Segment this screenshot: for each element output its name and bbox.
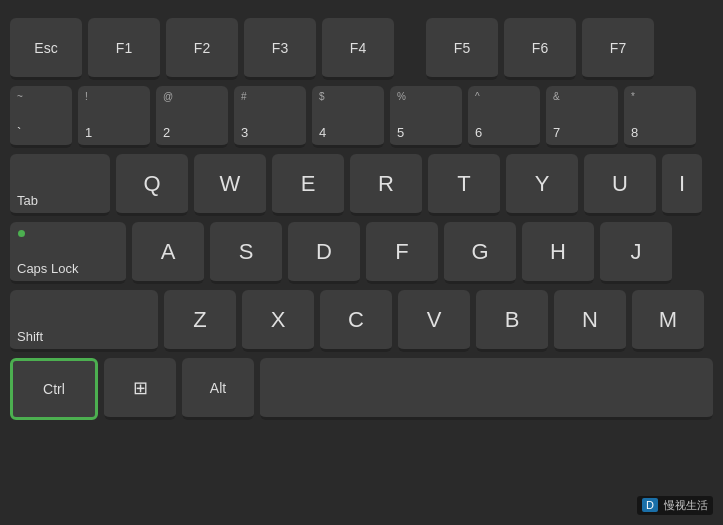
- key-4-secondary: $: [319, 91, 325, 102]
- e-label: E: [301, 171, 316, 197]
- key-f[interactable]: F: [366, 222, 438, 284]
- key-f6[interactable]: F6: [504, 18, 576, 80]
- shift-label: Shift: [17, 329, 43, 344]
- key-y[interactable]: Y: [506, 154, 578, 216]
- key-3[interactable]: # 3: [234, 86, 306, 148]
- key-6-primary: 6: [475, 125, 482, 140]
- key-ctrl[interactable]: Ctrl: [10, 358, 98, 420]
- key-c[interactable]: C: [320, 290, 392, 352]
- asdf-row: Caps Lock A S D F G H J: [10, 222, 713, 284]
- key-g[interactable]: G: [444, 222, 516, 284]
- key-f4[interactable]: F4: [322, 18, 394, 80]
- key-5[interactable]: % 5: [390, 86, 462, 148]
- key-e[interactable]: E: [272, 154, 344, 216]
- key-b[interactable]: B: [476, 290, 548, 352]
- ctrl-label: Ctrl: [43, 381, 65, 397]
- v-label: V: [427, 307, 442, 333]
- r-label: R: [378, 171, 394, 197]
- keyboard: Esc F1 F2 F3 F4 F5 F6 F7 ~ ` !: [0, 0, 723, 525]
- key-f1[interactable]: F1: [88, 18, 160, 80]
- key-tilde[interactable]: ~ `: [10, 86, 72, 148]
- key-2[interactable]: @ 2: [156, 86, 228, 148]
- watermark-logo: D: [642, 498, 658, 512]
- key-n[interactable]: N: [554, 290, 626, 352]
- f6-label: F6: [532, 40, 548, 56]
- capslock-label: Caps Lock: [17, 261, 78, 276]
- f3-label: F3: [272, 40, 288, 56]
- key-4-primary: 4: [319, 125, 326, 140]
- key-u[interactable]: U: [584, 154, 656, 216]
- qwerty-row: Tab Q W E R T Y U I: [10, 154, 713, 216]
- key-win[interactable]: ⊞: [104, 358, 176, 420]
- tab-label: Tab: [17, 193, 38, 208]
- key-1-secondary: !: [85, 91, 88, 102]
- b-label: B: [505, 307, 520, 333]
- tilde-primary: `: [17, 125, 21, 140]
- watermark: D 慢视生活: [637, 496, 713, 515]
- key-2-primary: 2: [163, 125, 170, 140]
- key-capslock[interactable]: Caps Lock: [10, 222, 126, 284]
- key-1[interactable]: ! 1: [78, 86, 150, 148]
- key-8-primary: 8: [631, 125, 638, 140]
- key-8-secondary: *: [631, 91, 635, 102]
- key-q[interactable]: Q: [116, 154, 188, 216]
- key-f2[interactable]: F2: [166, 18, 238, 80]
- key-f7[interactable]: F7: [582, 18, 654, 80]
- key-5-primary: 5: [397, 125, 404, 140]
- bottom-row: Ctrl ⊞ Alt: [10, 358, 713, 420]
- key-x[interactable]: X: [242, 290, 314, 352]
- n-label: N: [582, 307, 598, 333]
- key-f3[interactable]: F3: [244, 18, 316, 80]
- key-j[interactable]: J: [600, 222, 672, 284]
- d-label: D: [316, 239, 332, 265]
- key-7[interactable]: & 7: [546, 86, 618, 148]
- key-t[interactable]: T: [428, 154, 500, 216]
- key-v[interactable]: V: [398, 290, 470, 352]
- key-d[interactable]: D: [288, 222, 360, 284]
- key-7-secondary: &: [553, 91, 560, 102]
- key-a[interactable]: A: [132, 222, 204, 284]
- key-shift-left[interactable]: Shift: [10, 290, 158, 352]
- key-8[interactable]: * 8: [624, 86, 696, 148]
- key-i[interactable]: I: [662, 154, 702, 216]
- f5-label: F5: [454, 40, 470, 56]
- x-label: X: [271, 307, 286, 333]
- key-s[interactable]: S: [210, 222, 282, 284]
- zxcv-row: Shift Z X C V B N M: [10, 290, 713, 352]
- key-space[interactable]: [260, 358, 713, 420]
- c-label: C: [348, 307, 364, 333]
- key-f5[interactable]: F5: [426, 18, 498, 80]
- f1-label: F1: [116, 40, 132, 56]
- esc-label: Esc: [34, 40, 57, 56]
- number-row: ~ ` ! 1 @ 2 # 3 $ 4 % 5 ^ 6 & 7: [10, 86, 713, 148]
- key-5-secondary: %: [397, 91, 406, 102]
- key-tab[interactable]: Tab: [10, 154, 110, 216]
- key-6[interactable]: ^ 6: [468, 86, 540, 148]
- caps-indicator: [18, 230, 25, 237]
- key-esc[interactable]: Esc: [10, 18, 82, 80]
- f7-label: F7: [610, 40, 626, 56]
- key-r[interactable]: R: [350, 154, 422, 216]
- s-label: S: [239, 239, 254, 265]
- f2-label: F2: [194, 40, 210, 56]
- key-z[interactable]: Z: [164, 290, 236, 352]
- f-label: F: [395, 239, 408, 265]
- i-label: I: [679, 171, 685, 197]
- tilde-secondary: ~: [17, 91, 23, 102]
- g-label: G: [471, 239, 488, 265]
- key-3-secondary: #: [241, 91, 247, 102]
- key-7-primary: 7: [553, 125, 560, 140]
- f4-label: F4: [350, 40, 366, 56]
- key-4[interactable]: $ 4: [312, 86, 384, 148]
- key-w[interactable]: W: [194, 154, 266, 216]
- key-1-primary: 1: [85, 125, 92, 140]
- key-m[interactable]: M: [632, 290, 704, 352]
- a-label: A: [161, 239, 176, 265]
- m-label: M: [659, 307, 677, 333]
- key-alt[interactable]: Alt: [182, 358, 254, 420]
- z-label: Z: [193, 307, 206, 333]
- key-h[interactable]: H: [522, 222, 594, 284]
- h-label: H: [550, 239, 566, 265]
- function-row: Esc F1 F2 F3 F4 F5 F6 F7: [10, 18, 713, 80]
- key-3-primary: 3: [241, 125, 248, 140]
